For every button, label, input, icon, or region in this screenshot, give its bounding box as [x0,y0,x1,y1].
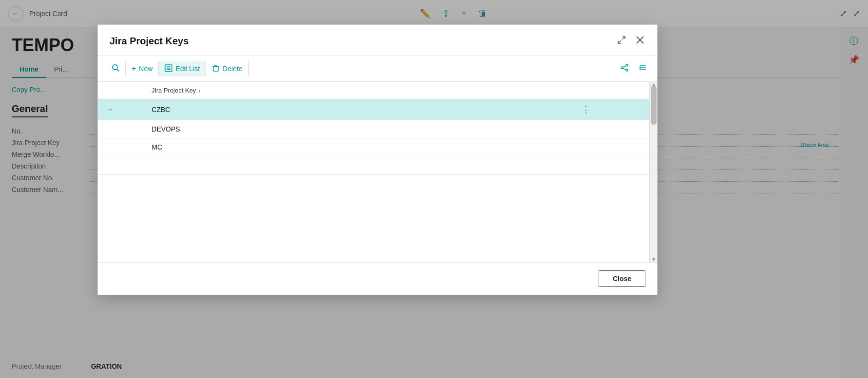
row2-menu-cell [523,120,649,138]
edit-list-icon [165,64,172,74]
sort-asc-icon: ↑ [198,88,201,94]
svg-rect-10 [213,67,218,71]
new-label: New [139,65,152,73]
toolbar-share-button[interactable] [618,61,631,76]
edit-list-button[interactable]: Edit List [159,61,206,76]
row1-key: CZBC [144,99,523,120]
scrollbar-arrow-down[interactable]: ▼ [651,257,657,262]
modal-header: Jira Project Keys [98,25,657,56]
plus-icon: + [132,64,136,73]
scrollbar-thumb[interactable] [651,86,657,125]
svg-point-14 [621,67,623,69]
row2-key: DEVOPS [144,120,523,138]
col-header-jira-key-label: Jira Project Key [151,87,196,94]
modal-header-icons [616,35,645,48]
svg-point-12 [626,64,628,66]
modal-footer: Close [98,262,657,295]
modal-toolbar: + New Edit List Del [98,56,657,82]
delete-label: Delete [223,65,242,73]
table-row[interactable]: MC [98,138,649,156]
jira-project-keys-modal: Jira Project Keys [97,24,658,295]
row3-arrow [98,138,144,156]
toolbar-right [618,61,649,76]
modal-table-area: Jira Project Key ↑ → CZBC [98,82,649,262]
table-header-row: Jira Project Key ↑ [98,82,649,99]
close-button[interactable]: Close [599,270,645,287]
modal-close-button[interactable] [635,35,645,48]
modal-title: Jira Project Keys [110,36,189,47]
table-scrollbar[interactable]: ▲ ▼ [649,82,657,262]
row1-arrow: → [98,99,144,120]
col-header-arrow [98,82,144,99]
svg-line-15 [623,66,626,67]
modal-expand-button[interactable] [616,35,627,48]
jira-keys-table: Jira Project Key ↑ → CZBC [98,82,649,175]
delete-icon [212,64,220,74]
svg-line-16 [623,68,626,70]
search-icon [112,64,119,74]
delete-button[interactable]: Delete [206,61,248,76]
row3-key: MC [144,138,523,156]
table-row[interactable]: DEVOPS [98,120,649,138]
svg-line-1 [618,40,621,43]
svg-point-13 [626,69,628,71]
search-button[interactable] [106,61,126,76]
toolbar-list-button[interactable] [637,61,649,76]
row3-menu-cell [523,138,649,156]
edit-list-label: Edit List [175,65,200,73]
row4-key [144,156,523,175]
new-button[interactable]: + New [126,61,159,76]
col-header-sort-container: Jira Project Key ↑ [151,87,515,94]
row1-menu-button[interactable]: ⋮ [582,104,590,115]
table-row[interactable]: → CZBC ⋮ [98,99,649,120]
row1-arrow-icon: → [106,105,113,113]
col-header-jira-key[interactable]: Jira Project Key ↑ [144,82,523,99]
table-row[interactable] [98,156,649,175]
row2-arrow [98,120,144,138]
row1-menu-cell: ⋮ [523,99,649,120]
col-header-menu [523,82,649,99]
svg-line-5 [117,69,119,71]
modal-body: Jira Project Key ↑ → CZBC [98,82,657,262]
row4-menu-cell [523,156,649,175]
svg-line-0 [622,37,625,39]
svg-point-4 [113,65,117,70]
row4-arrow [98,156,144,175]
